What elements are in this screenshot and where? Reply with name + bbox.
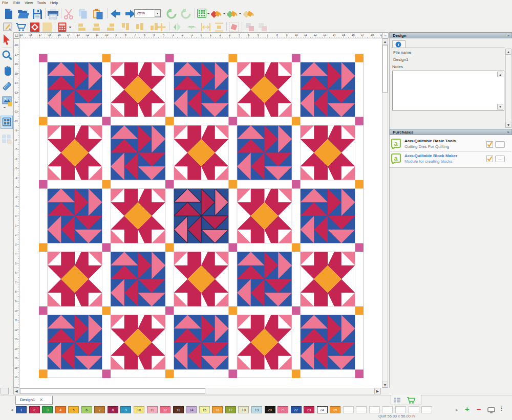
svg-text:16: 16 xyxy=(352,33,355,36)
svg-text:3: 3 xyxy=(15,243,17,246)
svg-text:-6: -6 xyxy=(15,158,17,161)
svg-text:1: 1 xyxy=(15,224,17,227)
svg-text:-2: -2 xyxy=(15,195,17,198)
svg-text:-12: -12 xyxy=(85,33,89,36)
svg-text:-14: -14 xyxy=(66,33,70,36)
svg-text:14: 14 xyxy=(333,33,336,36)
svg-text:-15: -15 xyxy=(57,33,61,36)
svg-text:-9: -9 xyxy=(115,33,117,36)
svg-text:2: 2 xyxy=(15,233,17,236)
svg-text:-19: -19 xyxy=(19,33,23,36)
svg-text:-15: -15 xyxy=(14,72,17,75)
svg-text:-13: -13 xyxy=(76,33,80,36)
svg-text:8: 8 xyxy=(276,33,278,36)
svg-text:16: 16 xyxy=(14,366,17,369)
svg-text:-5: -5 xyxy=(153,33,155,36)
svg-text:-12: -12 xyxy=(14,100,17,103)
svg-text:-9: -9 xyxy=(15,129,17,132)
svg-text:-11: -11 xyxy=(14,110,18,113)
svg-text:-3: -3 xyxy=(172,33,174,36)
svg-text:-7: -7 xyxy=(15,148,17,151)
svg-text:12: 12 xyxy=(14,328,17,331)
svg-text:11: 11 xyxy=(304,33,307,36)
svg-text:6: 6 xyxy=(258,33,259,36)
svg-text:-4: -4 xyxy=(15,176,17,180)
svg-text:-4: -4 xyxy=(162,33,164,36)
svg-text:-8: -8 xyxy=(124,33,126,36)
svg-text:12: 12 xyxy=(313,33,316,36)
svg-text:2: 2 xyxy=(220,33,221,36)
svg-text:-6: -6 xyxy=(143,33,145,36)
svg-text:a: a xyxy=(394,140,398,147)
svg-text:9: 9 xyxy=(15,300,17,303)
svg-text:17: 17 xyxy=(14,375,17,379)
svg-text:-16: -16 xyxy=(14,62,17,65)
svg-text:-10: -10 xyxy=(14,120,17,123)
svg-text:9: 9 xyxy=(286,33,287,36)
svg-text:-2: -2 xyxy=(181,33,183,36)
svg-text:-18: -18 xyxy=(14,43,17,47)
svg-text:5: 5 xyxy=(248,33,249,36)
svg-text:3: 3 xyxy=(229,33,230,36)
svg-text:-3: -3 xyxy=(15,186,17,189)
svg-text:-10: -10 xyxy=(104,33,108,36)
svg-text:13: 13 xyxy=(14,338,17,341)
svg-text:a: a xyxy=(394,154,398,162)
svg-text:-16: -16 xyxy=(47,33,51,36)
svg-text:15: 15 xyxy=(14,357,17,360)
svg-text:18: 18 xyxy=(371,33,374,36)
svg-text:-5: -5 xyxy=(15,167,17,170)
svg-text:1: 1 xyxy=(210,33,211,36)
svg-text:-7: -7 xyxy=(134,33,136,36)
svg-text:-8: -8 xyxy=(15,139,17,142)
svg-text:10: 10 xyxy=(294,33,297,36)
svg-text:17: 17 xyxy=(361,33,364,36)
svg-text:-14: -14 xyxy=(14,81,17,84)
svg-text:-17: -17 xyxy=(38,33,42,36)
svg-text:-13: -13 xyxy=(14,91,17,94)
svg-text:-1: -1 xyxy=(190,33,193,36)
svg-text:0: 0 xyxy=(200,33,202,36)
svg-text:10: 10 xyxy=(14,310,17,313)
svg-text:15: 15 xyxy=(342,33,345,36)
svg-text:14: 14 xyxy=(14,347,17,350)
svg-text:-11: -11 xyxy=(95,33,99,36)
svg-text:-18: -18 xyxy=(28,33,32,36)
svg-text:-1: -1 xyxy=(15,205,17,208)
svg-text:7: 7 xyxy=(267,33,268,36)
svg-text:4: 4 xyxy=(15,252,17,255)
svg-text:-17: -17 xyxy=(14,53,17,56)
svg-text:5: 5 xyxy=(15,262,17,265)
svg-text:13: 13 xyxy=(323,33,326,36)
svg-text:7: 7 xyxy=(15,281,17,284)
svg-text:6: 6 xyxy=(15,271,17,274)
svg-text:4: 4 xyxy=(239,33,240,36)
svg-text:8: 8 xyxy=(15,290,17,293)
svg-text:11: 11 xyxy=(14,319,17,322)
svg-text:0: 0 xyxy=(15,214,17,217)
